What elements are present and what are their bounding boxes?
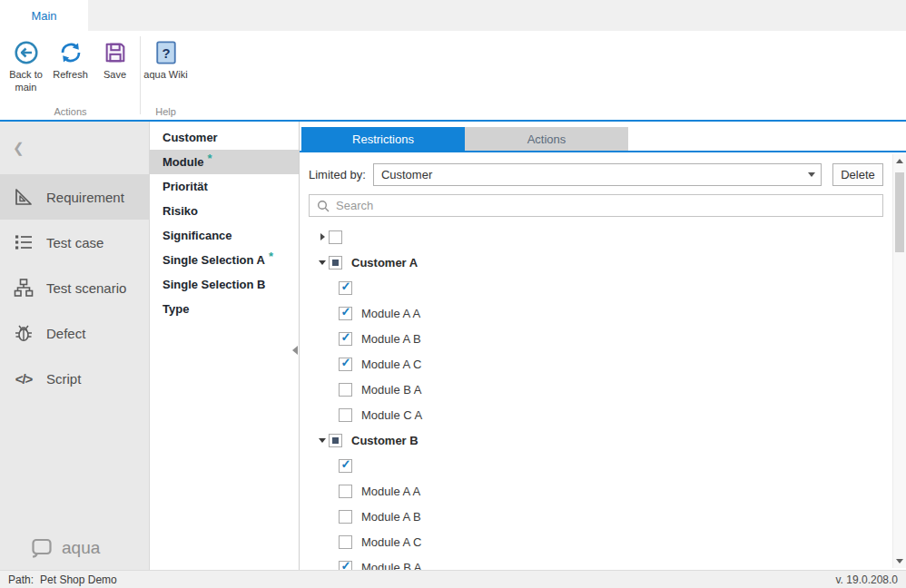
refresh-label: Refresh — [53, 68, 88, 81]
wiki-book-icon: ? — [154, 37, 178, 68]
limited-by-value: Customer — [381, 168, 432, 181]
scroll-up-arrow-icon[interactable] — [893, 154, 906, 168]
modified-asterisk: * — [269, 250, 273, 263]
test-case-list-icon — [13, 231, 34, 253]
tree-checkbox[interactable] — [329, 434, 342, 447]
tree-checkbox[interactable] — [339, 510, 352, 524]
restrictions-tree: Customer A Module A A Module A B Module … — [300, 224, 906, 580]
tree-checkbox[interactable] — [339, 307, 352, 320]
field-item-prioritaet[interactable]: Priorität — [150, 174, 299, 199]
tree-checkbox[interactable] — [339, 459, 352, 473]
tree-row-label: Module B A — [361, 383, 422, 397]
tree-row[interactable] — [309, 453, 906, 478]
field-label: Single Selection B — [162, 278, 265, 291]
tree-row-label: Customer B — [351, 434, 419, 447]
tab-restrictions[interactable]: Restrictions — [301, 127, 465, 151]
ribbon-group-actions: Back to main Refresh — [4, 31, 137, 120]
field-item-significance[interactable]: Significance — [150, 223, 299, 248]
tree-checkbox[interactable] — [329, 256, 342, 270]
field-item-risiko[interactable]: Risiko — [150, 199, 299, 223]
aqua-logo-mark — [31, 537, 54, 559]
tree-row[interactable]: Module A B — [309, 504, 906, 529]
limited-by-combobox[interactable]: Customer — [373, 163, 822, 186]
sidebar-item-label: Test scenario — [46, 280, 126, 296]
field-label: Single Selection A — [162, 253, 265, 267]
tree-row[interactable]: Customer A — [309, 250, 906, 275]
sidebar: ❮ Requirement Tes — [0, 122, 150, 570]
search-input[interactable] — [336, 199, 882, 212]
tree-row-label: Module A A — [361, 485, 420, 498]
tree-checkbox[interactable] — [339, 485, 352, 498]
field-item-type[interactable]: Type — [150, 297, 299, 321]
back-to-main-button[interactable]: Back to main — [4, 35, 48, 94]
tree-row[interactable]: Customer B — [309, 427, 906, 453]
sidebar-item-label: Test case — [46, 235, 103, 250]
save-button[interactable]: Save — [93, 35, 137, 81]
splitter-collapse-arrow-icon[interactable] — [292, 346, 298, 355]
tree-row[interactable] — [309, 224, 906, 250]
tree-checkbox[interactable] — [329, 230, 342, 244]
vertical-scrollbar[interactable] — [892, 154, 906, 568]
tree-row[interactable]: Module A C — [309, 351, 906, 377]
tree-row[interactable]: Module C A — [309, 402, 906, 427]
ribbon-group-separator — [140, 36, 141, 114]
sidebar-nav: Requirement Test case — [0, 174, 149, 401]
tree-row-label: Module A C — [361, 535, 422, 549]
tree-checkbox[interactable] — [339, 332, 352, 346]
field-label: Type — [162, 302, 189, 316]
back-arrow-icon — [13, 37, 40, 68]
field-item-single-selection-a[interactable]: Single Selection A * — [150, 248, 299, 272]
sidebar-item-test-scenario[interactable]: Test scenario — [0, 265, 149, 310]
scrollbar-thumb[interactable] — [895, 172, 904, 252]
tree-row-label: Module A B — [361, 510, 421, 524]
tree-checkbox[interactable] — [339, 281, 352, 295]
field-item-customer[interactable]: Customer — [150, 125, 299, 150]
field-list: Customer Module * Priorität Risiko Signi… — [150, 122, 300, 570]
limited-by-label: Limited by: — [309, 168, 366, 181]
tree-row-label: Module A C — [361, 358, 422, 371]
main-panel: Restrictions Actions Limited by: Custome… — [300, 122, 906, 570]
tree-checkbox[interactable] — [339, 358, 352, 371]
sidebar-item-defect[interactable]: Defect — [0, 310, 149, 356]
sidebar-item-script[interactable]: </> Script — [0, 356, 149, 401]
tree-row[interactable]: Module A A — [309, 300, 906, 326]
field-label: Module — [162, 155, 204, 169]
ribbon-group-label-help: Help — [143, 106, 188, 120]
delete-button[interactable]: Delete — [832, 163, 883, 186]
sidebar-item-requirement[interactable]: Requirement — [0, 174, 149, 220]
search-icon — [317, 200, 330, 212]
sidebar-item-label: Script — [46, 371, 81, 387]
tree-checkbox[interactable] — [339, 535, 352, 549]
expander-collapsed-icon[interactable] — [316, 230, 329, 243]
save-label: Save — [103, 68, 126, 81]
tab-actions[interactable]: Actions — [465, 127, 628, 151]
tree-checkbox[interactable] — [339, 408, 352, 422]
tree-row[interactable]: Module A B — [309, 326, 906, 351]
path-label: Path: — [8, 573, 34, 586]
combo-dropdown-arrow-icon — [808, 172, 815, 177]
tree-checkbox[interactable] — [339, 383, 352, 397]
field-label: Customer — [162, 131, 218, 144]
field-label: Risiko — [162, 204, 198, 218]
ribbon-toolbar: Back to main Refresh — [0, 31, 906, 122]
sidebar-item-label: Defect — [46, 326, 85, 341]
tree-row[interactable]: Module A A — [309, 478, 906, 504]
defect-bug-icon — [13, 322, 34, 344]
sidebar-item-test-case[interactable]: Test case — [0, 220, 149, 265]
field-item-single-selection-b[interactable]: Single Selection B — [150, 272, 299, 297]
aqua-wiki-button[interactable]: ? aqua Wiki — [143, 35, 188, 81]
expander-expanded-icon[interactable] — [316, 256, 329, 269]
refresh-button[interactable]: Refresh — [48, 35, 93, 81]
search-box — [309, 194, 883, 217]
ribbon-tab-main[interactable]: Main — [0, 0, 88, 31]
tree-row[interactable] — [309, 275, 906, 300]
expander-expanded-icon[interactable] — [316, 434, 329, 446]
sidebar-collapse-chevron-icon[interactable]: ❮ — [13, 140, 25, 156]
scroll-down-arrow-icon[interactable] — [893, 554, 906, 568]
aqua-logo: aqua — [31, 537, 100, 559]
aqua-logo-text: aqua — [62, 538, 100, 558]
svg-text:?: ? — [162, 46, 170, 61]
tree-row[interactable]: Module A C — [309, 529, 906, 554]
field-item-module[interactable]: Module * — [150, 150, 299, 174]
tree-row[interactable]: Module B A — [309, 377, 906, 402]
